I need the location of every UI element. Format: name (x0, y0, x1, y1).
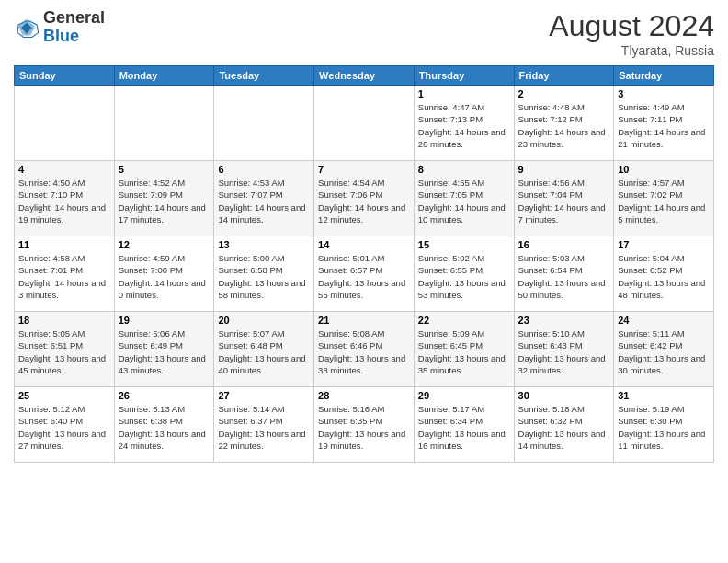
day-number: 17 (618, 239, 710, 250)
table-row (314, 86, 415, 161)
table-row: 4Sunrise: 4:50 AMSunset: 7:10 PMDaylight… (15, 161, 115, 236)
day-info: Sunrise: 4:49 AMSunset: 7:11 PMDaylight:… (618, 101, 710, 150)
table-row: 11Sunrise: 4:58 AMSunset: 7:01 PMDayligh… (15, 236, 115, 312)
day-info: Sunrise: 5:16 AMSunset: 6:35 PMDaylight:… (318, 403, 410, 452)
day-number: 4 (18, 164, 110, 175)
day-info: Sunrise: 4:55 AMSunset: 7:05 PMDaylight:… (418, 177, 510, 225)
calendar-week-row: 18Sunrise: 5:05 AMSunset: 6:51 PMDayligh… (15, 312, 714, 387)
table-row: 19Sunrise: 5:06 AMSunset: 6:49 PMDayligh… (114, 312, 214, 387)
title-block: August 2024 Tlyarata, Russia (549, 9, 714, 58)
day-number: 24 (618, 315, 710, 326)
table-row: 25Sunrise: 5:12 AMSunset: 6:40 PMDayligh… (15, 387, 115, 463)
table-row: 6Sunrise: 4:53 AMSunset: 7:07 PMDaylight… (214, 161, 314, 236)
day-number: 5 (119, 164, 210, 175)
day-info: Sunrise: 5:10 AMSunset: 6:43 PMDaylight:… (518, 327, 610, 376)
table-row: 5Sunrise: 4:52 AMSunset: 7:09 PMDaylight… (114, 161, 214, 236)
day-info: Sunrise: 5:05 AMSunset: 6:51 PMDaylight:… (18, 327, 110, 376)
table-row: 30Sunrise: 5:18 AMSunset: 6:32 PMDayligh… (514, 387, 614, 463)
calendar-table: Sunday Monday Tuesday Wednesday Thursday… (14, 65, 714, 463)
day-info: Sunrise: 4:54 AMSunset: 7:06 PMDaylight:… (318, 177, 410, 225)
day-number: 1 (418, 88, 510, 99)
day-info: Sunrise: 5:19 AMSunset: 6:30 PMDaylight:… (618, 403, 710, 452)
day-number: 23 (518, 315, 610, 326)
table-row: 29Sunrise: 5:17 AMSunset: 6:34 PMDayligh… (414, 387, 514, 463)
table-row: 23Sunrise: 5:10 AMSunset: 6:43 PMDayligh… (514, 312, 614, 387)
calendar-week-row: 1Sunrise: 4:47 AMSunset: 7:13 PMDaylight… (15, 86, 714, 161)
table-row: 22Sunrise: 5:09 AMSunset: 6:45 PMDayligh… (414, 312, 514, 387)
day-info: Sunrise: 4:53 AMSunset: 7:07 PMDaylight:… (218, 177, 310, 225)
page: General Blue August 2024 Tlyarata, Russi… (0, 0, 728, 563)
calendar-header-row: Sunday Monday Tuesday Wednesday Thursday… (15, 66, 714, 86)
day-number: 19 (119, 315, 210, 326)
table-row (15, 86, 115, 161)
col-wednesday: Wednesday (314, 66, 415, 86)
col-saturday: Saturday (614, 66, 714, 86)
day-info: Sunrise: 5:06 AMSunset: 6:49 PMDaylight:… (119, 327, 210, 376)
month-title: August 2024 (549, 9, 714, 43)
day-number: 7 (318, 164, 410, 175)
day-info: Sunrise: 5:04 AMSunset: 6:52 PMDaylight:… (618, 252, 710, 301)
day-number: 25 (18, 390, 110, 401)
table-row: 8Sunrise: 4:55 AMSunset: 7:05 PMDaylight… (414, 161, 514, 236)
day-number: 2 (518, 88, 610, 99)
day-info: Sunrise: 5:09 AMSunset: 6:45 PMDaylight:… (418, 327, 510, 376)
day-number: 15 (418, 239, 510, 250)
table-row: 7Sunrise: 4:54 AMSunset: 7:06 PMDaylight… (314, 161, 415, 236)
table-row: 1Sunrise: 4:47 AMSunset: 7:13 PMDaylight… (414, 86, 514, 161)
table-row: 2Sunrise: 4:48 AMSunset: 7:12 PMDaylight… (514, 86, 614, 161)
day-info: Sunrise: 5:03 AMSunset: 6:54 PMDaylight:… (518, 252, 610, 301)
day-info: Sunrise: 5:18 AMSunset: 6:32 PMDaylight:… (518, 403, 610, 452)
day-info: Sunrise: 5:17 AMSunset: 6:34 PMDaylight:… (418, 403, 510, 452)
table-row: 21Sunrise: 5:08 AMSunset: 6:46 PMDayligh… (314, 312, 415, 387)
day-number: 27 (218, 390, 310, 401)
table-row: 24Sunrise: 5:11 AMSunset: 6:42 PMDayligh… (614, 312, 714, 387)
calendar-week-row: 25Sunrise: 5:12 AMSunset: 6:40 PMDayligh… (15, 387, 714, 463)
table-row: 14Sunrise: 5:01 AMSunset: 6:57 PMDayligh… (314, 236, 415, 312)
day-number: 6 (218, 164, 310, 175)
day-number: 10 (618, 164, 710, 175)
day-info: Sunrise: 5:12 AMSunset: 6:40 PMDaylight:… (18, 403, 110, 452)
day-info: Sunrise: 5:08 AMSunset: 6:46 PMDaylight:… (318, 327, 410, 376)
day-info: Sunrise: 4:47 AMSunset: 7:13 PMDaylight:… (418, 101, 510, 150)
table-row: 16Sunrise: 5:03 AMSunset: 6:54 PMDayligh… (514, 236, 614, 312)
col-monday: Monday (114, 66, 214, 86)
table-row: 12Sunrise: 4:59 AMSunset: 7:00 PMDayligh… (114, 236, 214, 312)
col-friday: Friday (514, 66, 614, 86)
col-thursday: Thursday (414, 66, 514, 86)
day-number: 22 (418, 315, 510, 326)
table-row: 18Sunrise: 5:05 AMSunset: 6:51 PMDayligh… (15, 312, 115, 387)
day-info: Sunrise: 4:59 AMSunset: 7:00 PMDaylight:… (119, 252, 210, 301)
day-number: 11 (18, 239, 110, 250)
logo-icon (14, 15, 40, 40)
day-info: Sunrise: 4:52 AMSunset: 7:09 PMDaylight:… (119, 177, 210, 225)
day-number: 20 (218, 315, 310, 326)
day-info: Sunrise: 4:56 AMSunset: 7:04 PMDaylight:… (518, 177, 610, 225)
day-info: Sunrise: 5:01 AMSunset: 6:57 PMDaylight:… (318, 252, 410, 301)
day-info: Sunrise: 5:11 AMSunset: 6:42 PMDaylight:… (618, 327, 710, 376)
day-number: 18 (18, 315, 110, 326)
day-number: 29 (418, 390, 510, 401)
day-info: Sunrise: 4:48 AMSunset: 7:12 PMDaylight:… (518, 101, 610, 150)
day-number: 14 (318, 239, 410, 250)
calendar-week-row: 4Sunrise: 4:50 AMSunset: 7:10 PMDaylight… (15, 161, 714, 236)
table-row: 13Sunrise: 5:00 AMSunset: 6:58 PMDayligh… (214, 236, 314, 312)
day-info: Sunrise: 5:07 AMSunset: 6:48 PMDaylight:… (218, 327, 310, 376)
logo-text: General Blue (43, 9, 105, 46)
day-number: 9 (518, 164, 610, 175)
logo-blue: Blue (43, 27, 79, 45)
col-tuesday: Tuesday (214, 66, 314, 86)
table-row: 15Sunrise: 5:02 AMSunset: 6:55 PMDayligh… (414, 236, 514, 312)
table-row: 3Sunrise: 4:49 AMSunset: 7:11 PMDaylight… (614, 86, 714, 161)
table-row: 31Sunrise: 5:19 AMSunset: 6:30 PMDayligh… (614, 387, 714, 463)
day-info: Sunrise: 4:58 AMSunset: 7:01 PMDaylight:… (18, 252, 110, 301)
day-info: Sunrise: 5:13 AMSunset: 6:38 PMDaylight:… (119, 403, 210, 452)
day-number: 8 (418, 164, 510, 175)
table-row: 28Sunrise: 5:16 AMSunset: 6:35 PMDayligh… (314, 387, 415, 463)
table-row (214, 86, 314, 161)
day-info: Sunrise: 5:14 AMSunset: 6:37 PMDaylight:… (218, 403, 310, 452)
table-row: 10Sunrise: 4:57 AMSunset: 7:02 PMDayligh… (614, 161, 714, 236)
header: General Blue August 2024 Tlyarata, Russi… (14, 9, 714, 58)
location: Tlyarata, Russia (549, 43, 714, 58)
table-row: 17Sunrise: 5:04 AMSunset: 6:52 PMDayligh… (614, 236, 714, 312)
day-info: Sunrise: 5:00 AMSunset: 6:58 PMDaylight:… (218, 252, 310, 301)
